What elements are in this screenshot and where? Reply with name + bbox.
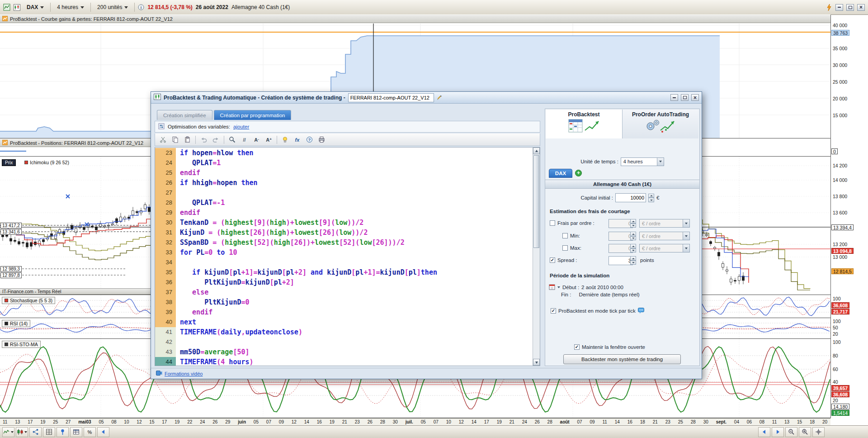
frais-input[interactable]	[609, 219, 633, 228]
code-editor[interactable]: 23if hopen=hlow then24 QPLAT=125endif26i…	[155, 147, 540, 366]
font-increase-button[interactable]: A+	[263, 135, 274, 145]
tab-dax-market[interactable]: DAX	[549, 169, 572, 178]
tick-checkbox[interactable]	[551, 308, 556, 314]
system-name-input[interactable]	[348, 93, 434, 102]
rsi-sto-ma-legend[interactable]: RSI-STO-MA	[2, 341, 41, 348]
insert-function-button[interactable]: fx	[292, 135, 303, 145]
code-line[interactable]: 26if hhigh=hopen then	[155, 178, 533, 188]
frais-unit-select[interactable]: € / ordre	[639, 219, 690, 228]
min-unit-select[interactable]: € / ordre	[639, 232, 690, 240]
pin-button[interactable]	[57, 427, 69, 437]
ichimoku-legend[interactable]: Ichimoku (9 26 52)	[23, 159, 71, 166]
capital-input[interactable]	[615, 193, 646, 202]
dialog-close-button[interactable]	[691, 94, 699, 101]
frais-spinner[interactable]	[630, 219, 636, 228]
search-button[interactable]	[226, 135, 238, 145]
code-line[interactable]: 23if hopen=hlow then	[155, 148, 533, 158]
code-line[interactable]: 42	[155, 337, 533, 347]
app-icon[interactable]	[3, 4, 10, 11]
price-badge[interactable]: Prix	[2, 159, 16, 166]
code-line[interactable]: 39 endif	[155, 307, 533, 317]
frais-checkbox[interactable]	[550, 220, 555, 226]
code-line[interactable]: 28 QPLAT=-1	[155, 198, 533, 208]
proorder-section[interactable]: ProOrder AutoTrading	[622, 110, 698, 138]
tab-creation-simplifiee[interactable]: Création simplifiée	[157, 110, 212, 120]
pan-right-button[interactable]	[772, 427, 784, 437]
zoom-in-button[interactable]	[799, 427, 811, 437]
scroll-up-button[interactable]	[533, 148, 540, 154]
formations-video-link[interactable]: Formations vidéo	[165, 371, 203, 376]
code-line[interactable]: 41TIMEFRAME(daily,updateonclose)	[155, 327, 533, 337]
probacktest-section[interactable]: ProBacktest	[546, 110, 622, 138]
equity-window-titlebar[interactable]: ProBacktest - Courbe gains & pertes: FER…	[0, 14, 830, 23]
hint-button[interactable]	[279, 135, 291, 145]
tab-creation-par-programmation[interactable]: Création par programmation	[214, 110, 292, 120]
unite-select[interactable]: 4 heures	[621, 157, 664, 166]
code-line[interactable]: 30TenkanD = (highest[9](high)+lowest[9](…	[155, 218, 533, 228]
spread-input[interactable]	[609, 256, 633, 265]
paste-button[interactable]	[182, 135, 193, 145]
price-scale[interactable]: 40 00038 76335 00030 00025 00020 00015 0…	[830, 15, 868, 418]
comment-button[interactable]: //	[239, 135, 250, 145]
print-button[interactable]	[316, 135, 327, 145]
info-icon[interactable]: i	[138, 4, 144, 10]
code-line[interactable]: 37 else	[155, 287, 533, 297]
chart-window-icon[interactable]	[14, 4, 20, 11]
max-input[interactable]	[609, 244, 633, 253]
dialog-titlebar[interactable]: ProBacktest & Trading Automatique - Créa…	[151, 92, 702, 104]
dialog-minimize-button[interactable]	[670, 94, 678, 101]
max-spinner[interactable]	[630, 244, 636, 252]
code-line[interactable]: 40next	[155, 317, 533, 327]
time-axis[interactable]: 111317192527mai030508101215171922242629j…	[0, 418, 830, 425]
flash-icon[interactable]	[826, 4, 832, 11]
maintain-checkbox[interactable]	[574, 344, 580, 350]
redo-button[interactable]	[210, 135, 222, 145]
code-line[interactable]: 38 PltKijunD=0	[155, 297, 533, 307]
code-line[interactable]: 27	[155, 188, 533, 198]
symbol-select[interactable]: DAX	[24, 3, 47, 12]
min-spinner[interactable]	[630, 232, 636, 240]
table-button[interactable]	[70, 427, 82, 437]
scroll-thumb[interactable]	[533, 155, 539, 248]
history-button[interactable]	[97, 427, 109, 437]
max-checkbox[interactable]	[562, 245, 568, 251]
code-scrollbar[interactable]	[533, 148, 540, 366]
pan-left-button[interactable]	[758, 427, 770, 437]
scroll-down-button[interactable]	[533, 359, 540, 366]
code-line[interactable]: 44TIMEFRAME(4 hours)	[155, 357, 533, 366]
zoom-out-button[interactable]	[785, 427, 797, 437]
ajouter-link[interactable]: ajouter	[233, 124, 249, 129]
max-unit-select[interactable]: € / ordre	[639, 244, 690, 252]
grid-button[interactable]	[43, 427, 55, 437]
cut-button[interactable]	[157, 135, 169, 145]
spread-checkbox[interactable]	[550, 257, 555, 263]
code-line[interactable]: 31KijunD = (highest[26](high)+lowest[26]…	[155, 228, 533, 238]
code-line[interactable]: 34	[155, 257, 533, 267]
units-select[interactable]: 200 unités	[94, 3, 131, 12]
dialog-maximize-button[interactable]	[681, 94, 689, 101]
maximize-button[interactable]	[846, 4, 854, 11]
code-line[interactable]: 24 QPLAT=1	[155, 158, 533, 168]
minimize-button[interactable]	[835, 4, 843, 11]
undo-button[interactable]	[198, 135, 209, 145]
add-market-button[interactable]	[575, 170, 582, 176]
capital-spinner[interactable]	[648, 194, 654, 202]
edit-name-icon[interactable]	[437, 94, 443, 101]
min-checkbox[interactable]	[562, 233, 568, 238]
code-line[interactable]: 35 if kijunD[pl+1]=kijunD[pl+2] and kiju…	[155, 267, 533, 277]
rsi-legend[interactable]: RSI (14)	[2, 320, 30, 327]
code-line[interactable]: 29endif	[155, 208, 533, 218]
code-line[interactable]: 36 PltKijunD=kijunD[pl+2]	[155, 277, 533, 287]
share-button[interactable]	[29, 427, 42, 437]
copy-button[interactable]	[170, 135, 181, 145]
code-line[interactable]: 33for PL=0 to 10	[155, 248, 533, 257]
positions-window-titlebar[interactable]: ProBacktest - Positions: FERRARI 812-com…	[0, 138, 151, 147]
code-line[interactable]: 43mm50D=average[50]	[155, 347, 533, 357]
code-line[interactable]: 32SSpanBD = (highest[52](high[26])+lowes…	[155, 238, 533, 248]
backtest-button[interactable]: Backtester mon système de trading	[563, 354, 681, 364]
crosshair-button[interactable]	[812, 427, 825, 437]
percent-button[interactable]: %	[84, 427, 96, 437]
close-button[interactable]	[857, 4, 865, 11]
code-line[interactable]: 25endif	[155, 168, 533, 178]
spread-spinner[interactable]	[630, 256, 636, 265]
